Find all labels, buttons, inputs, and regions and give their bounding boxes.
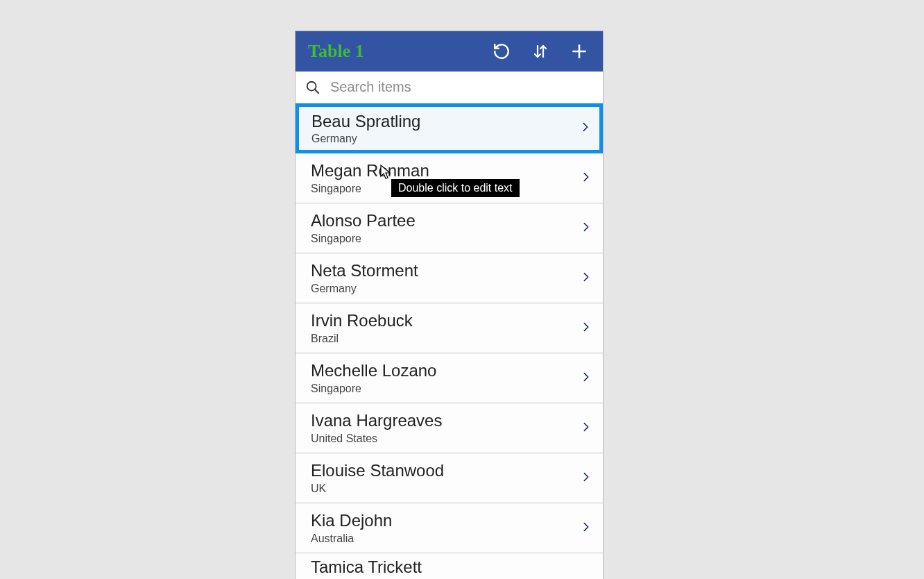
item-text: Kia Dejohn Australia <box>311 511 581 545</box>
item-sub: United States <box>311 433 581 445</box>
item-sub: Singapore <box>311 383 581 395</box>
item-name: Tamica Trickett <box>311 557 592 578</box>
item-sub: Germany <box>311 133 580 145</box>
panel-title: Table 1 <box>308 41 485 62</box>
header-actions <box>492 42 593 61</box>
svg-line-5 <box>315 89 319 93</box>
list-item[interactable]: Tamica Trickett <box>296 553 603 579</box>
list-item[interactable]: Ivana Hargreaves United States <box>296 403 603 453</box>
chevron-right-icon <box>581 219 592 238</box>
refresh-icon <box>493 42 511 60</box>
item-sub: Singapore <box>311 233 581 245</box>
panel-header: Table 1 <box>296 31 603 72</box>
item-text: Irvin Roebuck Brazil <box>311 311 581 345</box>
item-text: Tamica Trickett <box>311 557 592 579</box>
item-name: Kia Dejohn <box>311 511 581 531</box>
item-text: Alonso Partee Singapore <box>311 211 581 245</box>
edit-tooltip: Double click to edit text <box>391 179 520 197</box>
plus-icon <box>570 42 588 60</box>
item-name: Megan Ronman <box>311 161 581 181</box>
item-name: Neta Storment <box>311 261 581 281</box>
chevron-right-icon <box>581 519 592 538</box>
item-name: Mechelle Lozano <box>311 361 581 381</box>
item-name: Elouise Stanwood <box>311 461 581 481</box>
item-name: Irvin Roebuck <box>311 311 581 331</box>
list-item[interactable]: Irvin Roebuck Brazil <box>296 303 603 353</box>
item-text: Neta Storment Germany <box>311 261 581 295</box>
list-item[interactable]: Kia Dejohn Australia <box>296 503 603 553</box>
item-sub: Germany <box>311 283 581 295</box>
item-sub: UK <box>311 482 581 495</box>
sort-icon <box>532 42 549 60</box>
item-text: Ivana Hargreaves United States <box>311 411 581 445</box>
list-item[interactable]: Elouise Stanwood UK <box>296 453 603 503</box>
search-row[interactable] <box>296 72 603 103</box>
item-text: Beau Spratling Germany <box>311 112 580 146</box>
item-text: Elouise Stanwood UK <box>311 461 581 495</box>
item-name: Beau Spratling <box>311 112 580 132</box>
list-item[interactable]: Mechelle Lozano Singapore <box>296 353 603 403</box>
chevron-right-icon <box>581 319 592 338</box>
search-input[interactable] <box>320 79 596 95</box>
item-list: Beau Spratling Germany Megan Ronman Sing… <box>296 103 603 579</box>
table-panel: Table 1 <box>295 31 604 579</box>
chevron-right-icon <box>580 119 591 138</box>
item-name: Alonso Partee <box>311 211 581 231</box>
refresh-button[interactable] <box>492 42 511 61</box>
chevron-right-icon <box>581 169 592 188</box>
item-sub: Brazil <box>311 333 581 345</box>
item-text: Mechelle Lozano Singapore <box>311 361 581 395</box>
list-item[interactable]: Neta Storment Germany <box>296 253 603 303</box>
item-sub: Australia <box>311 532 581 545</box>
chevron-right-icon <box>581 419 592 438</box>
sort-button[interactable] <box>531 42 550 61</box>
list-item[interactable]: Alonso Partee Singapore <box>296 203 603 253</box>
chevron-right-icon <box>581 269 592 288</box>
list-item[interactable]: Beau Spratling Germany <box>296 103 603 153</box>
chevron-right-icon <box>581 369 592 388</box>
item-name: Ivana Hargreaves <box>311 411 581 431</box>
add-button[interactable] <box>570 42 589 61</box>
chevron-right-icon <box>581 469 592 488</box>
search-icon <box>305 80 320 95</box>
